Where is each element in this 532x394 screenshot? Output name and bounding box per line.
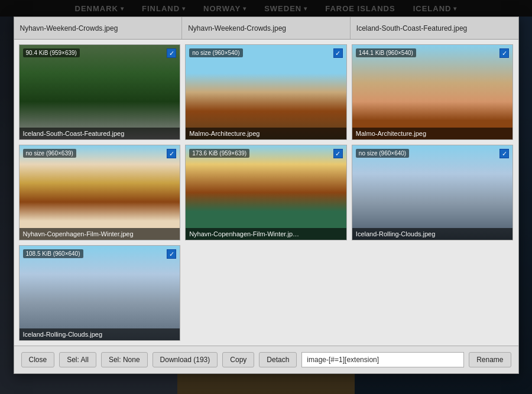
rename-button[interactable]: Rename xyxy=(469,352,511,367)
checkbox-checked[interactable]: ✓ xyxy=(499,149,509,158)
close-button[interactable]: Close xyxy=(21,352,55,367)
checkbox-checked[interactable]: ✓ xyxy=(333,48,343,58)
card-inner: no size (960×540) ✓ xyxy=(186,45,346,139)
card-inner: 90.4 KiB (959×639) ✓ xyxy=(20,45,180,139)
checkbox-checked[interactable]: ✓ xyxy=(167,48,176,58)
image-card[interactable]: 90.4 KiB (959×639) ✓ Iceland-South-Coast… xyxy=(19,44,181,140)
filename-pattern-input[interactable] xyxy=(301,352,464,367)
info-bar: Iceland-Rolling-Clouds.jpeg xyxy=(352,228,513,240)
info-bar: Nyhavn-Copenhagen-Film-Winter.jpeg xyxy=(20,228,180,240)
detach-button[interactable]: Detach xyxy=(259,352,297,367)
info-bar: Nyhavn-Copenhagen-Film-Winter.jp… xyxy=(186,228,346,240)
size-badge: no size (960×639) xyxy=(23,149,76,158)
image-card[interactable]: no size (960×639) ✓ Nyhavn-Copenhagen-Fi… xyxy=(19,145,181,240)
size-badge: 144.1 KiB (960×540) xyxy=(356,48,416,57)
checkbox-checked[interactable]: ✓ xyxy=(167,149,176,158)
copy-button[interactable]: Copy xyxy=(222,352,254,367)
size-badge: 108.5 KiB (960×640) xyxy=(23,249,83,258)
size-badge: no size (960×640) xyxy=(356,149,409,158)
image-grid[interactable]: 90.4 KiB (959×639) ✓ Iceland-South-Coast… xyxy=(14,40,518,346)
card-inner: 144.1 KiB (960×540) ✓ xyxy=(352,45,513,139)
filename-label: Malmo-Architecture.jpeg xyxy=(356,130,426,137)
image-card[interactable]: no size (960×540) ✓ Malmo-Architecture.j… xyxy=(185,44,347,140)
checkbox-checked[interactable]: ✓ xyxy=(333,149,343,158)
card-image xyxy=(186,145,346,240)
filename-label: Malmo-Architecture.jpeg xyxy=(189,130,259,137)
info-bar: Iceland-Rolling-Clouds.jpeg xyxy=(20,328,180,340)
header-filename-2: Nyhavn-Weekend-Crowds.jpeg xyxy=(182,17,351,39)
checkbox-checked[interactable]: ✓ xyxy=(499,48,509,58)
image-card[interactable]: 108.5 KiB (960×640) ✓ Iceland-Rolling-Cl… xyxy=(19,245,181,341)
card-image xyxy=(20,145,180,240)
sel-none-button[interactable]: Sel: None xyxy=(101,352,148,367)
checkbox-checked[interactable]: ✓ xyxy=(167,249,176,259)
card-image xyxy=(352,145,513,240)
media-modal: Nyhavn-Weekend-Crowds.jpeg Nyhavn-Weeken… xyxy=(14,17,519,374)
card-inner: no size (960×640) ✓ xyxy=(352,145,513,240)
card-inner: no size (960×639) ✓ xyxy=(20,145,180,240)
header-filename-3: Iceland-South-Coast-Featured.jpeg xyxy=(351,17,518,39)
filename-label: Iceland-South-Coast-Featured.jpeg xyxy=(23,130,125,137)
modal-header: Nyhavn-Weekend-Crowds.jpeg Nyhavn-Weeken… xyxy=(14,17,518,40)
image-card[interactable]: 173.6 KiB (959×639) ✓ Nyhavn-Copenhagen-… xyxy=(185,145,347,240)
info-bar: Malmo-Architecture.jpeg xyxy=(352,128,513,139)
size-badge: 173.6 KiB (959×639) xyxy=(189,149,249,158)
size-badge: 90.4 KiB (959×639) xyxy=(23,48,80,57)
header-filename-1: Nyhavn-Weekend-Crowds.jpeg xyxy=(14,17,183,39)
info-bar: Malmo-Architecture.jpeg xyxy=(186,128,346,139)
filename-label: Iceland-Rolling-Clouds.jpeg xyxy=(23,331,103,338)
card-inner: 108.5 KiB (960×640) ✓ xyxy=(20,246,180,340)
download-button[interactable]: Download (193) xyxy=(153,352,218,367)
image-card[interactable]: 144.1 KiB (960×540) ✓ Malmo-Architecture… xyxy=(352,44,514,140)
card-inner: 173.6 KiB (959×639) ✓ xyxy=(186,145,346,240)
card-image xyxy=(352,45,513,139)
filename-label: Nyhavn-Copenhagen-Film-Winter.jp… xyxy=(189,230,299,237)
card-image xyxy=(186,45,346,139)
card-image xyxy=(20,45,180,139)
modal-footer: Close Sel: All Sel: None Download (193) … xyxy=(14,346,518,373)
sel-all-button[interactable]: Sel: All xyxy=(59,352,96,367)
modal-overlay: Nyhavn-Weekend-Crowds.jpeg Nyhavn-Weeken… xyxy=(0,0,532,394)
filename-label: Iceland-Rolling-Clouds.jpeg xyxy=(356,230,436,237)
info-bar: Iceland-South-Coast-Featured.jpeg xyxy=(20,128,180,139)
filename-label: Nyhavn-Copenhagen-Film-Winter.jpeg xyxy=(23,230,134,237)
image-card[interactable]: no size (960×640) ✓ Iceland-Rolling-Clou… xyxy=(352,145,514,240)
card-image xyxy=(20,246,180,340)
size-badge: no size (960×540) xyxy=(189,48,242,57)
